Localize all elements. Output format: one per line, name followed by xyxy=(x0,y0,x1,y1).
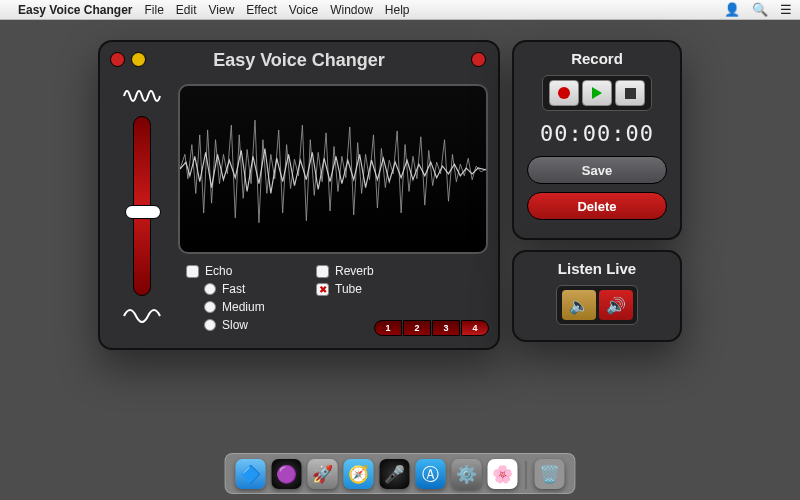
dock-finder[interactable]: 🔷 xyxy=(236,459,266,489)
medium-label: Medium xyxy=(222,300,265,314)
pitch-slider[interactable] xyxy=(133,116,151,296)
menu-window[interactable]: Window xyxy=(330,3,373,17)
dock-siri[interactable]: 🟣 xyxy=(272,459,302,489)
fast-label: Fast xyxy=(222,282,245,296)
record-icon xyxy=(558,87,570,99)
menu-extra-icon[interactable]: ☰ xyxy=(780,2,792,17)
menu-voice[interactable]: Voice xyxy=(289,3,318,17)
speaker-on-icon: 🔊 xyxy=(606,296,626,315)
slow-label: Slow xyxy=(222,318,248,332)
dock-photos[interactable]: 🌸 xyxy=(488,459,518,489)
favorite-button[interactable] xyxy=(471,52,486,67)
stop-button[interactable] xyxy=(615,80,645,106)
tube-option[interactable]: ✖Tube xyxy=(316,282,436,296)
listen-off-button[interactable]: 🔈 xyxy=(562,290,596,320)
menu-help[interactable]: Help xyxy=(385,3,410,17)
record-panel: Record 00:00:00 Save Delete xyxy=(512,40,682,240)
speaker-off-icon: 🔈 xyxy=(569,296,589,315)
listen-title: Listen Live xyxy=(526,260,668,277)
dock-appstore[interactable]: Ⓐ xyxy=(416,459,446,489)
dock-launchpad[interactable]: 🚀 xyxy=(308,459,338,489)
waveform-display xyxy=(178,84,488,254)
play-icon xyxy=(592,87,602,99)
search-icon[interactable]: 🔍 xyxy=(752,2,768,17)
record-controls xyxy=(542,75,652,111)
wave-tight-icon xyxy=(122,84,162,108)
dock-trash[interactable]: 🗑️ xyxy=(535,459,565,489)
preset-2[interactable]: 2 xyxy=(403,320,431,336)
checkbox-checked-icon: ✖ xyxy=(316,283,329,296)
preset-buttons: 1 2 3 4 xyxy=(374,320,489,336)
checkbox-icon xyxy=(186,265,199,278)
echo-label: Echo xyxy=(205,264,232,278)
dock-safari[interactable]: 🧭 xyxy=(344,459,374,489)
menu-file[interactable]: File xyxy=(145,3,164,17)
reverb-option[interactable]: Reverb xyxy=(316,264,436,278)
echo-option[interactable]: Echo xyxy=(186,264,316,278)
listen-on-button[interactable]: 🔊 xyxy=(599,290,633,320)
tube-label: Tube xyxy=(335,282,362,296)
menu-effect[interactable]: Effect xyxy=(246,3,276,17)
preset-3[interactable]: 3 xyxy=(432,320,460,336)
record-button[interactable] xyxy=(549,80,579,106)
pitch-slider-column xyxy=(118,84,166,334)
reverb-label: Reverb xyxy=(335,264,374,278)
window-title: Easy Voice Changer xyxy=(112,50,486,71)
menubar-app-name[interactable]: Easy Voice Changer xyxy=(18,3,133,17)
minimize-button[interactable] xyxy=(131,52,146,67)
checkbox-icon xyxy=(316,265,329,278)
fast-option[interactable]: Fast xyxy=(204,282,316,296)
preset-1[interactable]: 1 xyxy=(374,320,402,336)
dock-voice-app[interactable]: 🎤 xyxy=(380,459,410,489)
save-button[interactable]: Save xyxy=(527,156,667,184)
menu-edit[interactable]: Edit xyxy=(176,3,197,17)
radio-icon xyxy=(204,319,216,331)
user-icon[interactable]: 👤 xyxy=(724,2,740,17)
close-button[interactable] xyxy=(110,52,125,67)
radio-icon xyxy=(204,283,216,295)
record-title: Record xyxy=(526,50,668,67)
record-timer: 00:00:00 xyxy=(526,121,668,146)
pitch-slider-knob[interactable] xyxy=(125,205,161,219)
dock-settings[interactable]: ⚙️ xyxy=(452,459,482,489)
listen-controls: 🔈 🔊 xyxy=(556,285,638,325)
preset-4[interactable]: 4 xyxy=(461,320,489,336)
radio-icon xyxy=(204,301,216,313)
main-window: Easy Voice Changer Echo Fast Medium Slow… xyxy=(98,40,500,350)
medium-option[interactable]: Medium xyxy=(204,300,316,314)
play-button[interactable] xyxy=(582,80,612,106)
menu-view[interactable]: View xyxy=(209,3,235,17)
listen-panel: Listen Live 🔈 🔊 xyxy=(512,250,682,342)
delete-button[interactable]: Delete xyxy=(527,192,667,220)
wave-loose-icon xyxy=(122,304,162,328)
slow-option[interactable]: Slow xyxy=(204,318,316,332)
dock-separator xyxy=(526,461,527,489)
menubar: Easy Voice Changer File Edit View Effect… xyxy=(0,0,800,20)
stop-icon xyxy=(625,88,636,99)
dock: 🔷 🟣 🚀 🧭 🎤 Ⓐ ⚙️ 🌸 🗑️ xyxy=(225,453,576,494)
